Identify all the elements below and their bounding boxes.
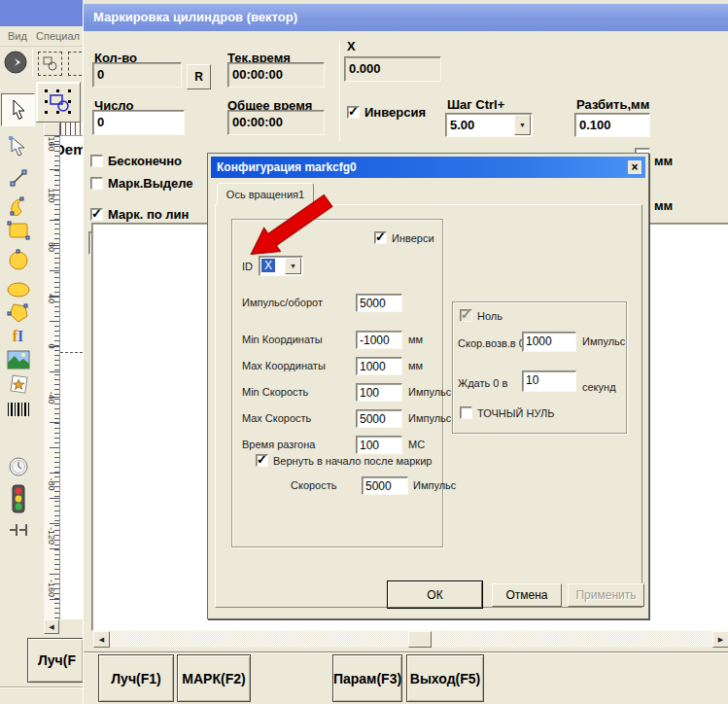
mark-po-lin-checkbox[interactable]: Марк. по лин — [90, 207, 189, 222]
vector-file-tool-button[interactable] — [1, 370, 35, 399]
mark-vydel-label: Марк.Выделе — [108, 176, 193, 191]
ruler-number: 160 — [47, 124, 56, 163]
ruler-number: 120 — [47, 176, 56, 215]
marquee-shapes — [39, 53, 61, 75]
screen: Вид Специал — [0, 0, 728, 704]
tek-vremya-field[interactable]: 00:00:00 — [227, 62, 325, 88]
close-icon[interactable]: × — [626, 158, 643, 176]
scrollbar-left-arrow[interactable]: ◀ — [93, 631, 110, 648]
kolvo-field[interactable]: 0 — [92, 62, 182, 88]
window-title: Маркировка цилиндров (вектор) — [93, 10, 297, 24]
ruler-number: -80 — [47, 465, 56, 504]
node-edit-tool-button[interactable] — [1, 130, 35, 161]
dialog-inversi-checkbox[interactable]: Инверси — [374, 231, 434, 244]
razbit-field[interactable]: 0.100 — [574, 113, 650, 137]
checkbox-box — [460, 406, 472, 419]
background-canvas[interactable]: Dem — [60, 136, 83, 619]
bg-separator-line — [0, 686, 83, 688]
param-f3-button[interactable]: Парам(F3) — [332, 654, 402, 702]
h-scrollbar[interactable]: ◀ ▶ — [93, 631, 728, 648]
scrollbar-right-arrow[interactable]: ▶ — [712, 631, 728, 648]
reset-button[interactable]: R — [187, 64, 211, 89]
marquee-select-icon[interactable] — [38, 52, 62, 76]
circle-tool-button[interactable] — [1, 245, 35, 276]
canvas-axis-dashed-line — [60, 352, 83, 353]
row-field[interactable]: 100 — [356, 383, 402, 402]
row-label: Импульс/оборот — [242, 297, 323, 308]
vector-file-icon — [8, 373, 29, 395]
checkbox-box — [347, 106, 360, 119]
row-field[interactable]: 1000 — [356, 357, 402, 375]
barcode-tool-button[interactable] — [1, 397, 35, 422]
skor-field[interactable]: 1000 — [522, 332, 576, 352]
io-icon — [8, 522, 29, 538]
text-tool-icon: fI — [13, 328, 24, 345]
select-param-button[interactable] — [36, 82, 81, 123]
bg-scrollbar-left-arrow[interactable]: ◀ — [44, 619, 59, 634]
ruler-number: 80 — [47, 228, 56, 266]
bg-luch-button[interactable]: Луч(F — [27, 638, 84, 683]
checkbox-box — [374, 231, 387, 244]
vyhod-f5-button[interactable]: Выход(F5) — [406, 654, 484, 702]
skor-unit: Импульс — [582, 335, 625, 347]
menu-item-vid[interactable]: Вид — [8, 30, 27, 42]
obshchee-vremya-field[interactable]: 00:00:00 — [227, 110, 325, 135]
line-tool-button[interactable] — [1, 163, 35, 193]
return-to-start-label: Вернуть в начало после маркир — [273, 455, 432, 467]
zhdat-field[interactable]: 10 — [522, 370, 576, 392]
canvas-demo-text: Dem — [60, 141, 83, 158]
speed-field[interactable]: 5000 — [362, 476, 408, 495]
row-field[interactable]: 5000 — [356, 294, 402, 312]
shag-combobox[interactable]: 5.00 ▼ — [445, 113, 533, 137]
chevron-down-icon[interactable]: ▼ — [514, 115, 531, 135]
ruler-number: 40 — [47, 279, 56, 318]
traffic-light-icon — [12, 484, 25, 513]
tochny-nul-label: ТОЧНЫЙ НУЛЬ — [477, 407, 555, 419]
toolbar-separator — [32, 49, 33, 76]
rect-tool-button[interactable] — [1, 216, 35, 245]
apply-button[interactable]: Применить — [568, 583, 644, 607]
line-icon — [9, 168, 28, 188]
zero-group: Ноль Скор.возв.в 0 1000 Импульс Ждать 0 … — [452, 301, 627, 434]
mark-f2-button[interactable]: МАРК(F2) — [177, 654, 251, 702]
menu-item-special[interactable]: Специал — [36, 30, 80, 42]
dialog-titlebar[interactable]: Конфигурация markcfg0 × — [211, 157, 645, 178]
skor-label: Скор.возв.в 0 — [458, 337, 525, 349]
ellipse-icon — [6, 281, 31, 299]
mm-label-2: мм — [654, 198, 673, 213]
input-tool-button[interactable] — [1, 517, 35, 543]
x-field[interactable]: 0.000 — [344, 56, 441, 82]
ok-button[interactable]: ОК — [388, 581, 482, 608]
speed-label: Скорость — [291, 479, 337, 491]
panel-separator — [339, 41, 340, 141]
speed-unit: Импульс — [413, 479, 456, 491]
select-tool-button[interactable] — [1, 93, 35, 126]
circle-icon — [7, 249, 30, 272]
tochny-nul-checkbox[interactable]: ТОЧНЫЙ НУЛЬ — [460, 406, 555, 419]
barcode-icon — [8, 403, 29, 416]
luch-f1-button[interactable]: Луч(F1) — [98, 654, 174, 702]
row-field[interactable]: 5000 — [356, 409, 402, 428]
ruler-number: -40 — [47, 378, 56, 417]
row-label: Min Координаты — [242, 334, 323, 345]
beskonechno-checkbox[interactable]: Бесконечно — [90, 154, 182, 168]
window-titlebar[interactable]: Маркировка цилиндров (вектор) — [84, 4, 728, 31]
dialog-title: Конфигурация markcfg0 — [217, 160, 357, 174]
zhdat-label: Ждать 0 в — [458, 377, 507, 389]
scrollbar-thumb[interactable] — [408, 631, 432, 648]
return-to-start-checkbox[interactable]: Вернуть в начало после маркир — [256, 454, 432, 467]
output-tool-button[interactable] — [1, 482, 35, 515]
shag-value: 5.00 — [446, 114, 478, 136]
row-field[interactable]: 100 — [356, 436, 402, 454]
row-field[interactable]: -1000 — [356, 331, 402, 349]
cancel-button[interactable]: Отмена — [492, 583, 562, 607]
red-annotation-arrow — [229, 193, 334, 264]
chislo-field[interactable]: 0 — [92, 110, 185, 135]
selection-handles-icon — [37, 83, 80, 122]
nol-checkbox[interactable]: Ноль — [460, 309, 503, 322]
row-label: Min Скорость — [242, 386, 308, 398]
delay-tool-button[interactable] — [1, 453, 35, 480]
mark-vydel-checkbox[interactable]: Марк.Выделе — [90, 176, 193, 191]
go-button[interactable] — [3, 50, 29, 76]
inversiya-checkbox[interactable]: Инверсия — [347, 105, 426, 120]
